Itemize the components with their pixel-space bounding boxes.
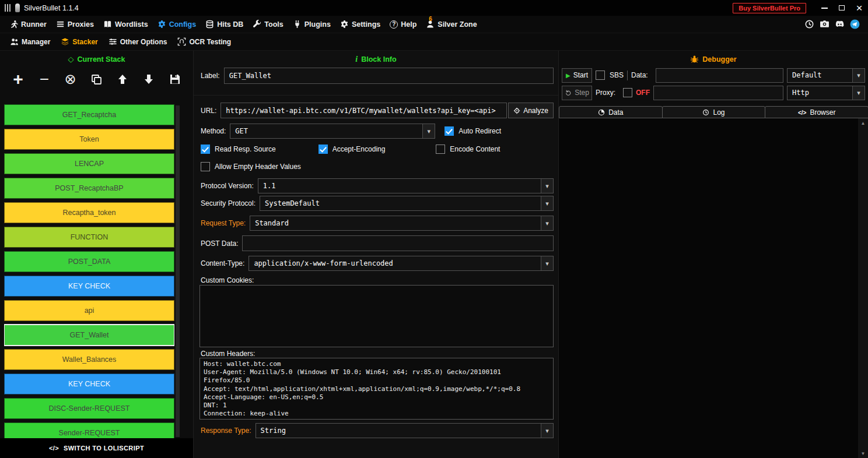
duplicate-block-button[interactable] [88, 69, 105, 89]
stack-scrollbar[interactable] [176, 105, 180, 437]
move-up-button[interactable] [114, 69, 131, 89]
security-protocol-dropdown[interactable]: SystemDefault [260, 196, 554, 211]
stack-block[interactable]: DISC-Sender-REQUEST [4, 398, 174, 419]
stack-block[interactable]: KEY CHECK [4, 276, 174, 297]
menu-item-wordlists[interactable]: Wordlists [99, 16, 153, 33]
sbs-checkbox[interactable] [596, 71, 605, 80]
clear-stack-button[interactable] [62, 69, 79, 89]
maximize-button[interactable] [833, 0, 850, 16]
custom-headers-textarea[interactable]: Host: wallet.btc.com User-Agent: Mozilla… [200, 358, 554, 420]
history-icon[interactable] [804, 19, 814, 29]
telegram-icon[interactable] [850, 19, 860, 29]
allow-empty-header-values-checkbox[interactable] [201, 162, 210, 171]
step-button[interactable]: Step [562, 86, 592, 100]
titlebar: SilverBullet 1.1.4 Buy SilverBullet Pro [0, 0, 868, 16]
stack-block[interactable]: FUNCTION [4, 227, 174, 248]
tab-browser[interactable]: Browser [765, 106, 868, 118]
method-dropdown[interactable]: GET [230, 124, 435, 139]
accept-encoding-checkbox[interactable] [318, 145, 328, 154]
dropdown-caret-icon[interactable] [541, 424, 553, 438]
settings-icon [340, 20, 349, 29]
response-type-dropdown[interactable]: String [256, 423, 554, 438]
menu-item-runner[interactable]: Runner [5, 16, 51, 33]
request-type-dropdown[interactable]: Standard [250, 216, 554, 231]
menu-item-tools[interactable]: Tools [248, 16, 288, 33]
dropdown-caret-icon[interactable] [852, 86, 864, 100]
discord-icon[interactable] [835, 19, 845, 29]
menu-item-configs[interactable]: Configs [153, 16, 201, 33]
save-stack-button[interactable] [166, 69, 184, 89]
sbs-checkbox-row[interactable]: SBS [596, 71, 624, 80]
accept-encoding-checkbox-row[interactable]: Accept-Encoding [318, 145, 436, 154]
stack-block[interactable]: LENCAP [4, 153, 174, 174]
stack-scrollbar-thumb[interactable] [176, 105, 180, 437]
submenu-item-other-options[interactable]: Other Options [103, 33, 173, 50]
close-button[interactable] [850, 0, 868, 16]
proxy-input[interactable] [653, 86, 783, 100]
remove-block-button[interactable] [36, 69, 53, 89]
menu-item-proxies[interactable]: Proxies [51, 16, 99, 33]
wordlists-icon [103, 20, 112, 29]
read-resp-source-checkbox[interactable] [201, 145, 210, 154]
start-button[interactable]: Start [562, 68, 592, 83]
menu-item-plugins[interactable]: Plugins [288, 16, 335, 33]
scroll-down-icon[interactable] [858, 449, 868, 458]
post-data-input[interactable] [242, 235, 554, 251]
label-input[interactable] [224, 68, 554, 84]
content-type-dropdown[interactable]: application/x-www-form-urlencoded [249, 256, 554, 271]
submenu-item-ocr-testing[interactable]: OCR Testing [172, 33, 236, 50]
proxy-checkbox-row[interactable] [623, 88, 632, 97]
url-field-label: URL: [201, 107, 216, 115]
dropdown-caret-icon[interactable] [852, 69, 864, 82]
menu-item-hits-db[interactable]: Hits DB [201, 16, 248, 33]
encode-content-checkbox[interactable] [436, 145, 445, 154]
url-input[interactable] [220, 103, 507, 118]
stack-block[interactable]: Token [4, 129, 174, 150]
protocol-version-dropdown[interactable]: 1.1 [258, 178, 554, 193]
custom-cookies-textarea[interactable] [200, 285, 554, 347]
stack-block[interactable]: KEY CHECK [4, 374, 174, 394]
analyze-button[interactable]: Analyze [508, 103, 554, 118]
proxy-checkbox[interactable] [623, 88, 632, 97]
stack-block[interactable]: POST_DATA [4, 251, 174, 272]
move-down-button[interactable] [140, 69, 158, 89]
stack-block[interactable]: api [4, 300, 174, 321]
debugger-output-area[interactable] [559, 118, 858, 458]
stack-block[interactable]: Wallet_Balances [4, 349, 174, 370]
menu-item-silver-zone[interactable]: 6 Silver Zone [421, 16, 481, 33]
minimize-button[interactable] [816, 0, 833, 16]
allow-empty-header-values-checkbox-row[interactable]: Allow Empty Header Values [201, 162, 301, 171]
wordlist-type-dropdown[interactable]: Default [787, 68, 865, 83]
camera-icon[interactable] [820, 19, 830, 29]
read-resp-source-checkbox-row[interactable]: Read Resp. Source [201, 145, 318, 154]
debugger-scrollbar[interactable] [858, 118, 868, 458]
buy-pro-button[interactable]: Buy SilverBullet Pro [733, 3, 806, 13]
stack-block[interactable]: GET_Recaptcha [4, 104, 174, 125]
dropdown-caret-icon[interactable] [541, 196, 553, 210]
menu-item-help[interactable]: ? Help [385, 16, 421, 33]
dropdown-caret-icon[interactable] [541, 179, 553, 193]
dropdown-caret-icon[interactable] [541, 256, 553, 270]
proxy-type-dropdown[interactable]: Http [787, 86, 865, 100]
response-type-value: String [256, 424, 541, 438]
auto-redirect-checkbox-row[interactable]: Auto Redirect [444, 126, 501, 136]
tab-log[interactable]: Log [662, 106, 766, 118]
submenu-item-manager[interactable]: Manager [5, 33, 55, 50]
data-field-label: Data: [631, 71, 648, 79]
stack-block[interactable]: POST_RecaptchaBP [4, 178, 174, 199]
scroll-up-icon[interactable] [858, 118, 868, 128]
stack-block[interactable]: Sender-REQUEST [4, 422, 174, 438]
tab-data[interactable]: Data [559, 106, 663, 118]
dropdown-caret-icon[interactable] [541, 216, 553, 230]
stack-block[interactable]: Recaptha_token [4, 202, 174, 223]
submenu-item-stacker[interactable]: Stacker [55, 33, 103, 50]
switch-to-loliscript-button[interactable]: SWITCH TO LOLISCRIPT [0, 438, 193, 458]
menu-item-settings[interactable]: Settings [335, 16, 385, 33]
encode-content-checkbox-row[interactable]: Encode Content [436, 145, 554, 154]
custom-headers-label: Custom Headers: [201, 350, 255, 358]
stack-block-selected[interactable]: GET_Wallet [4, 325, 174, 346]
dropdown-caret-icon[interactable] [422, 124, 435, 138]
auto-redirect-checkbox[interactable] [444, 126, 454, 136]
add-block-button[interactable] [9, 69, 27, 89]
debug-data-input[interactable] [656, 68, 783, 83]
